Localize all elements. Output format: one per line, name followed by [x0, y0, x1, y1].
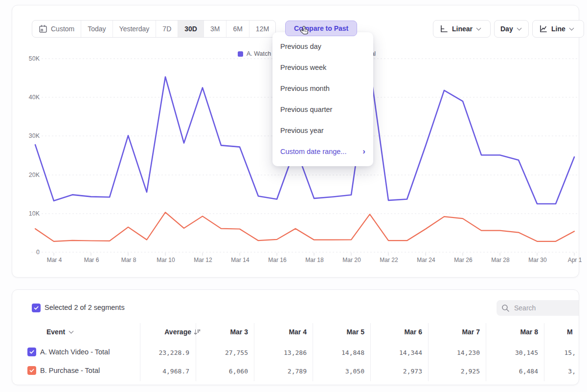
x-axis-label: Mar 12 — [187, 257, 219, 263]
date-column-header[interactable]: Mar 5 — [311, 328, 364, 336]
chart-type-dropdown[interactable]: Line — [532, 20, 584, 38]
chevron-down-icon — [517, 26, 521, 30]
row-checkbox-b-purchase-total[interactable] — [27, 366, 36, 375]
average-value: 4,968.7 — [135, 368, 189, 375]
date-column-header[interactable]: Mar 3 — [194, 328, 248, 336]
range-button-30d[interactable]: 30D — [178, 21, 204, 37]
average-value: 23,228.9 — [135, 349, 189, 356]
scale-dropdown[interactable]: Linear — [433, 20, 491, 38]
date-column-header[interactable]: M — [567, 328, 573, 336]
row-checkbox-a-watch-video-total[interactable] — [27, 348, 36, 356]
range-button-7d[interactable]: 7D — [156, 21, 178, 37]
x-axis-label: Mar 14 — [225, 257, 256, 263]
x-axis-label: Mar 10 — [150, 257, 181, 263]
compare-to-past-menu: Previous dayPrevious weekPrevious monthP… — [272, 32, 373, 166]
value-cell: 27,755 — [194, 349, 248, 356]
chevron-down-icon — [569, 26, 574, 30]
selected-segments-label: Selected 2 of 2 segments — [45, 304, 125, 311]
search-icon — [501, 304, 510, 312]
line-chart-icon — [539, 24, 547, 33]
y-axis-label: 40K — [20, 94, 40, 101]
y-axis-label: 20K — [20, 172, 40, 178]
date-column-header[interactable]: Mar 4 — [253, 328, 307, 336]
menu-item-previous-month[interactable]: Previous month — [272, 78, 373, 99]
range-button-yesterday[interactable]: Yesterday — [113, 21, 157, 37]
menu-item-label: Previous day — [280, 43, 321, 50]
range-button-label: 12M — [256, 25, 269, 33]
value-cell: 3, — [522, 368, 576, 375]
chart-type-dropdown-label: Line — [551, 25, 565, 33]
range-button-12m[interactable]: 12M — [249, 21, 275, 37]
x-axis-label: Mar 24 — [410, 257, 442, 263]
menu-item-label: Previous year — [280, 127, 324, 134]
range-button-label: 7D — [162, 25, 171, 33]
chevron-right-icon: › — [362, 147, 365, 155]
interval-dropdown-label: Day — [500, 25, 513, 33]
value-cell: 2,973 — [368, 368, 422, 375]
menu-item-label: Previous month — [280, 85, 330, 92]
x-axis-label: Mar 18 — [299, 257, 330, 263]
x-axis-label: Apr 1 — [559, 257, 587, 263]
range-button-today[interactable]: Today — [81, 21, 113, 37]
value-cell: 14,344 — [368, 349, 422, 356]
axis-linear-icon — [439, 24, 448, 33]
analytics-dashboard: CustomTodayYesterday7D30D3M6M12M Compare… — [0, 0, 587, 392]
x-axis-label: Mar 30 — [522, 257, 553, 263]
interval-dropdown[interactable]: Day — [494, 20, 529, 38]
menu-item-previous-day[interactable]: Previous day — [272, 36, 373, 57]
range-button-3m[interactable]: 3M — [204, 21, 226, 37]
x-axis-label: Mar 4 — [39, 257, 70, 263]
row-name: B. Purchase - Total — [40, 367, 100, 374]
x-axis-label: Mar 16 — [262, 257, 293, 263]
range-button-6m[interactable]: 6M — [226, 21, 249, 37]
date-column-header[interactable]: Mar 6 — [368, 328, 422, 336]
row-name: A. Watch Video - Total — [40, 348, 110, 356]
value-cell: 3,050 — [311, 368, 364, 375]
date-column-header[interactable]: Mar 8 — [484, 328, 538, 336]
menu-item-custom-date-range[interactable]: Custom date range...› — [272, 141, 373, 162]
range-button-label: Today — [88, 25, 106, 33]
value-cell: 14,848 — [311, 349, 364, 356]
menu-item-label: Previous week — [280, 64, 326, 71]
menu-item-previous-week[interactable]: Previous week — [272, 57, 373, 78]
menu-item-previous-year[interactable]: Previous year — [272, 120, 373, 141]
x-axis-label: Mar 20 — [336, 257, 367, 263]
range-button-label: 30D — [184, 25, 197, 33]
x-axis-label: Mar 22 — [373, 257, 405, 263]
x-axis-label: Mar 6 — [76, 257, 107, 263]
legend-swatch — [238, 51, 243, 57]
segments-table-card: Selected 2 of 2 segments Event Average M… — [12, 289, 579, 385]
select-all-checkbox[interactable] — [32, 304, 41, 312]
value-cell: 6,060 — [194, 368, 248, 375]
value-cell: 15, — [522, 349, 576, 356]
range-button-label: 3M — [210, 25, 220, 33]
value-cell: 2,789 — [253, 368, 307, 375]
range-button-label: Custom — [51, 25, 74, 33]
y-axis-label: 30K — [20, 132, 40, 139]
y-axis-label: 10K — [20, 210, 40, 217]
chevron-down-icon — [69, 329, 73, 333]
y-axis-label: 50K — [20, 55, 40, 62]
range-button-label: 6M — [233, 25, 242, 33]
x-axis-label: Mar 8 — [113, 257, 144, 263]
search-box[interactable] — [497, 300, 579, 316]
menu-item-previous-quarter[interactable]: Previous quarter — [272, 99, 373, 120]
average-column-header[interactable]: Average — [140, 328, 201, 336]
event-column-header[interactable]: Event — [46, 328, 73, 336]
value-cell: 2,925 — [426, 368, 480, 375]
menu-item-label: Custom date range... — [280, 148, 346, 155]
scale-dropdown-label: Linear — [452, 25, 473, 33]
value-cell: 13,286 — [253, 349, 307, 356]
date-column-header[interactable]: Mar 7 — [426, 328, 480, 336]
calendar-icon — [39, 24, 47, 33]
compare-to-past-button[interactable]: Compare to Past — [285, 21, 357, 36]
menu-item-label: Previous quarter — [280, 106, 332, 113]
range-button-label: Yesterday — [119, 25, 150, 33]
chevron-down-icon — [476, 26, 481, 30]
value-cell: 14,230 — [426, 349, 480, 356]
range-button-custom[interactable]: Custom — [32, 21, 81, 37]
search-input[interactable] — [513, 304, 579, 312]
x-axis-label: Mar 28 — [485, 257, 516, 263]
x-axis-label: Mar 26 — [448, 257, 479, 263]
date-range-group: CustomTodayYesterday7D30D3M6M12M — [32, 20, 276, 38]
